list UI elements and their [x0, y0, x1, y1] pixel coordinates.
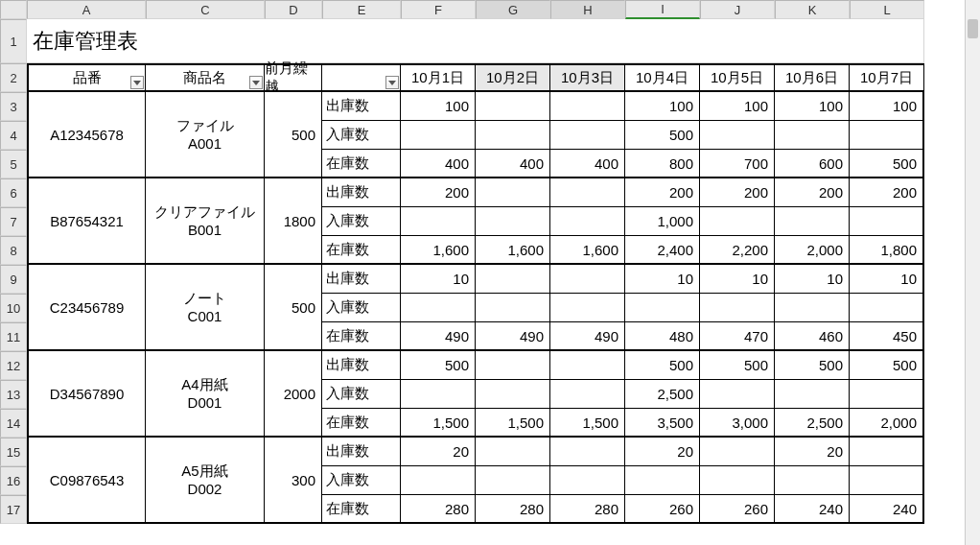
- data-cell[interactable]: 500: [850, 351, 924, 380]
- data-cell[interactable]: 1,600: [550, 236, 625, 265]
- data-cell[interactable]: [476, 207, 550, 236]
- data-cell[interactable]: 20: [775, 438, 850, 466]
- vertical-scrollbar[interactable]: [965, 0, 980, 545]
- data-cell[interactable]: 260: [625, 495, 700, 524]
- data-cell[interactable]: [550, 294, 625, 322]
- data-cell[interactable]: [550, 351, 625, 380]
- data-cell[interactable]: 260: [700, 495, 775, 524]
- data-cell[interactable]: 600: [775, 150, 850, 178]
- data-cell[interactable]: [625, 294, 700, 322]
- data-cell[interactable]: [476, 351, 550, 380]
- data-cell[interactable]: 480: [625, 322, 700, 351]
- data-cell[interactable]: [476, 178, 550, 207]
- filter-icon[interactable]: [130, 76, 144, 89]
- column-header-A[interactable]: A: [27, 0, 146, 19]
- data-cell[interactable]: 400: [476, 150, 550, 178]
- row-header-12[interactable]: 12: [0, 351, 27, 380]
- data-cell[interactable]: 20: [401, 438, 476, 466]
- data-cell[interactable]: [550, 121, 625, 150]
- data-cell[interactable]: 450: [850, 322, 924, 351]
- data-cell[interactable]: [476, 265, 550, 294]
- data-cell[interactable]: [476, 380, 550, 409]
- column-header-H[interactable]: H: [550, 0, 625, 19]
- data-cell[interactable]: 280: [550, 495, 625, 524]
- data-cell[interactable]: 200: [850, 178, 924, 207]
- select-all-corner[interactable]: [0, 0, 27, 19]
- filter-icon[interactable]: [385, 76, 399, 89]
- data-cell[interactable]: 2,500: [775, 409, 850, 438]
- column-header-D[interactable]: D: [265, 0, 322, 19]
- row-header-15[interactable]: 15: [0, 438, 27, 466]
- filter-icon[interactable]: [249, 76, 263, 89]
- data-cell[interactable]: 280: [476, 495, 550, 524]
- data-cell[interactable]: 10: [775, 265, 850, 294]
- data-cell[interactable]: 3,500: [625, 409, 700, 438]
- data-cell[interactable]: 1,800: [850, 236, 924, 265]
- data-cell[interactable]: 1,600: [476, 236, 550, 265]
- data-cell[interactable]: 200: [775, 178, 850, 207]
- table-header[interactable]: 品番: [27, 63, 146, 92]
- data-cell[interactable]: 240: [775, 495, 850, 524]
- data-cell[interactable]: [700, 294, 775, 322]
- row-header-5[interactable]: 5: [0, 150, 27, 178]
- row-header-16[interactable]: 16: [0, 466, 27, 495]
- data-cell[interactable]: [700, 380, 775, 409]
- data-cell[interactable]: 2,500: [625, 380, 700, 409]
- table-header[interactable]: [322, 63, 401, 92]
- data-cell[interactable]: [550, 466, 625, 495]
- scroll-thumb[interactable]: [968, 19, 978, 38]
- data-cell[interactable]: 1,500: [401, 409, 476, 438]
- column-header-G[interactable]: G: [476, 0, 550, 19]
- data-cell[interactable]: 100: [700, 92, 775, 121]
- row-header-6[interactable]: 6: [0, 178, 27, 207]
- data-cell[interactable]: 2,000: [775, 236, 850, 265]
- data-cell[interactable]: [775, 294, 850, 322]
- data-cell[interactable]: 100: [401, 92, 476, 121]
- row-header-4[interactable]: 4: [0, 121, 27, 150]
- column-header-K[interactable]: K: [775, 0, 850, 19]
- data-cell[interactable]: [700, 121, 775, 150]
- data-cell[interactable]: 400: [401, 150, 476, 178]
- data-cell[interactable]: 1,600: [401, 236, 476, 265]
- data-cell[interactable]: [775, 466, 850, 495]
- data-cell[interactable]: [700, 207, 775, 236]
- data-cell[interactable]: [401, 294, 476, 322]
- data-cell[interactable]: 700: [700, 150, 775, 178]
- data-cell[interactable]: 500: [700, 351, 775, 380]
- column-header-C[interactable]: C: [146, 0, 265, 19]
- data-cell[interactable]: [775, 380, 850, 409]
- data-cell[interactable]: 10: [401, 265, 476, 294]
- data-cell[interactable]: [700, 438, 775, 466]
- table-header[interactable]: 商品名: [146, 63, 265, 92]
- row-header-11[interactable]: 11: [0, 322, 27, 351]
- data-cell[interactable]: 1,500: [476, 409, 550, 438]
- data-cell[interactable]: 10: [700, 265, 775, 294]
- data-cell[interactable]: 500: [401, 351, 476, 380]
- data-cell[interactable]: 10: [850, 265, 924, 294]
- data-cell[interactable]: 470: [700, 322, 775, 351]
- data-cell[interactable]: 100: [625, 92, 700, 121]
- data-cell[interactable]: 490: [476, 322, 550, 351]
- data-cell[interactable]: 500: [850, 150, 924, 178]
- data-cell[interactable]: 3,000: [700, 409, 775, 438]
- row-header-7[interactable]: 7: [0, 207, 27, 236]
- data-cell[interactable]: [476, 92, 550, 121]
- data-cell[interactable]: [550, 265, 625, 294]
- data-cell[interactable]: 200: [625, 178, 700, 207]
- data-cell[interactable]: [550, 380, 625, 409]
- data-cell[interactable]: [850, 294, 924, 322]
- row-header-3[interactable]: 3: [0, 92, 27, 121]
- data-cell[interactable]: 500: [625, 121, 700, 150]
- data-cell[interactable]: [401, 466, 476, 495]
- row-header-13[interactable]: 13: [0, 380, 27, 409]
- data-cell[interactable]: [775, 207, 850, 236]
- data-cell[interactable]: [550, 178, 625, 207]
- data-cell[interactable]: 2,000: [850, 409, 924, 438]
- column-header-J[interactable]: J: [700, 0, 775, 19]
- data-cell[interactable]: [775, 121, 850, 150]
- data-cell[interactable]: [850, 207, 924, 236]
- data-cell[interactable]: [700, 466, 775, 495]
- data-cell[interactable]: 460: [775, 322, 850, 351]
- data-cell[interactable]: 200: [401, 178, 476, 207]
- row-header-9[interactable]: 9: [0, 265, 27, 294]
